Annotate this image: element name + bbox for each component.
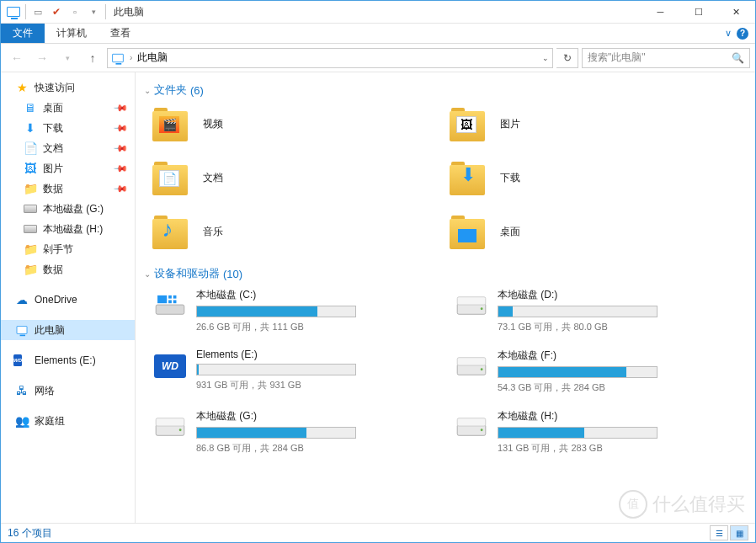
drive-icon — [23, 201, 38, 216]
drive-usage-bar — [498, 306, 658, 317]
nav-up-button[interactable]: ↑ — [82, 47, 104, 69]
hdd-drive-icon — [455, 415, 487, 439]
qat-separator-2 — [105, 4, 106, 19]
close-button[interactable]: ✕ — [717, 1, 755, 24]
sidebar-item[interactable]: 🖥桌面📌 — [1, 98, 135, 118]
sidebar-item[interactable]: 📄文档📌 — [1, 138, 135, 158]
qat-check[interactable]: ✔ — [47, 3, 66, 21]
sidebar-onedrive[interactable]: ☁ OneDrive — [1, 290, 135, 310]
address-pc-icon — [112, 53, 124, 61]
ribbon-expand-icon[interactable]: ∨ — [725, 28, 732, 39]
watermark: 值 什么值得买 — [619, 490, 745, 519]
hdd-drive-icon — [455, 354, 487, 378]
drive-item[interactable]: 本地磁盘 (F:) 54.3 GB 可用，共 284 GB — [454, 349, 747, 394]
folder-label: 图片 — [500, 117, 520, 131]
pin-icon: 📌 — [112, 140, 128, 156]
sidebar-item-label: 数据 — [43, 182, 63, 196]
view-tiles-button[interactable]: ▦ — [730, 525, 748, 540]
sidebar-this-pc[interactable]: 此电脑 — [1, 320, 135, 340]
folder-label: 桌面 — [500, 225, 520, 239]
group-header-devices[interactable]: ⌄ 设备和驱动器 (10) — [144, 266, 747, 281]
svg-rect-5 — [173, 300, 177, 303]
pc-icon — [14, 322, 29, 338]
tab-file[interactable]: 文件 — [1, 24, 45, 43]
content-pane: ⌄ 文件夹 (6) 🎬 视频 🖼 图片 📄 文档 ⬇ 下载 ♪ 音乐 桌面 ⌄ — [136, 72, 755, 523]
sidebar-item-label: 本地磁盘 (H:) — [43, 222, 103, 237]
drive-item[interactable]: WD Elements (E:) 931 GB 可用，共 931 GB — [152, 349, 445, 394]
network-icon: 🖧 — [14, 383, 29, 398]
drive-usage-bar — [498, 427, 658, 439]
tab-computer[interactable]: 计算机 — [45, 24, 98, 43]
tab-view[interactable]: 查看 — [98, 24, 142, 43]
drive-item[interactable]: 本地磁盘 (G:) 86.8 GB 可用，共 284 GB — [152, 409, 445, 455]
sidebar-label: 家庭组 — [35, 414, 65, 429]
music-overlay-icon: ♪ — [157, 221, 178, 237]
sidebar-quick-access[interactable]: ★ 快速访问 — [1, 77, 135, 98]
group-label: 设备和驱动器 — [154, 266, 220, 281]
drive-item[interactable]: 本地磁盘 (C:) 26.6 GB 可用，共 111 GB — [152, 288, 445, 333]
homegroup-icon: 👥 — [14, 413, 29, 429]
address-text[interactable]: 此电脑 — [137, 51, 168, 65]
view-details-button[interactable]: ☰ — [710, 525, 728, 540]
chevron-down-icon: ⌄ — [144, 269, 151, 279]
svg-rect-13 — [156, 418, 184, 426]
maximize-button[interactable]: ☐ — [679, 1, 717, 24]
help-icon[interactable]: ? — [737, 28, 748, 40]
onedrive-icon: ☁ — [14, 292, 29, 307]
folder-item[interactable]: 📄 文档 — [152, 158, 450, 197]
nav-back-button[interactable]: ← — [6, 47, 28, 69]
sidebar-item[interactable]: 📁数据 — [1, 259, 135, 279]
folder-item[interactable]: 🎬 视频 — [152, 104, 450, 143]
sidebar-elements-drive[interactable]: WD Elements (E:) — [1, 350, 135, 370]
folder-item[interactable]: ⬇ 下载 — [450, 158, 747, 197]
folder-icon: 📁 — [23, 181, 38, 196]
folder-label: 视频 — [203, 117, 223, 131]
wd-drive-icon: WD — [154, 354, 186, 378]
qat-dropdown[interactable]: ▾ — [84, 3, 103, 21]
address-dropdown-icon[interactable]: ⌄ — [542, 54, 549, 62]
qat-new[interactable]: ▫ — [66, 3, 84, 21]
sidebar-label: 网络 — [35, 384, 55, 398]
folder-item[interactable]: 🖼 图片 — [450, 104, 747, 143]
window-icon[interactable] — [4, 3, 23, 21]
sidebar-item[interactable]: ⬇下载📌 — [1, 118, 135, 138]
nav-recent-dropdown[interactable]: ▾ — [56, 47, 78, 69]
sidebar-item-label: 图片 — [43, 162, 63, 176]
minimize-button[interactable]: ─ — [642, 1, 679, 24]
folder-item[interactable]: ♪ 音乐 — [152, 212, 450, 251]
document-icon: 📄 — [23, 141, 38, 156]
pin-icon: 📌 — [112, 99, 128, 115]
nav-forward-button[interactable]: → — [31, 47, 53, 69]
sidebar-item[interactable]: 本地磁盘 (H:) — [1, 219, 135, 239]
search-placeholder: 搜索"此电脑" — [588, 51, 732, 65]
folder-label: 音乐 — [203, 225, 223, 239]
group-header-folders[interactable]: ⌄ 文件夹 (6) — [144, 83, 747, 98]
group-count: (10) — [223, 268, 242, 280]
sidebar-item[interactable]: 📁数据📌 — [1, 178, 135, 199]
drive-item[interactable]: 本地磁盘 (D:) 73.1 GB 可用，共 80.0 GB — [454, 288, 747, 333]
picture-icon: 🖼 — [23, 161, 38, 176]
search-box[interactable]: 搜索"此电脑" 🔍 — [582, 48, 750, 68]
group-count: (6) — [190, 84, 204, 97]
refresh-button[interactable]: ↻ — [556, 48, 578, 68]
address-bar[interactable]: › 此电脑 ⌄ — [107, 48, 553, 68]
svg-rect-0 — [156, 305, 184, 314]
sidebar-item[interactable]: 本地磁盘 (G:) — [1, 199, 135, 219]
drive-item[interactable]: 本地磁盘 (H:) 131 GB 可用，共 283 GB — [454, 409, 747, 455]
folder-item[interactable]: 桌面 — [450, 212, 747, 251]
sidebar-item[interactable]: 📁剁手节 — [1, 239, 135, 259]
qat-properties[interactable]: ▭ — [29, 3, 47, 21]
svg-point-8 — [481, 307, 483, 310]
status-bar: 16 个项目 ☰ ▦ — [1, 523, 755, 542]
sidebar-item[interactable]: 🖼图片📌 — [1, 158, 135, 178]
sidebar-item-label: 剁手节 — [43, 242, 73, 257]
video-overlay-icon: 🎬 — [159, 116, 179, 133]
search-icon[interactable]: 🔍 — [732, 52, 744, 64]
svg-rect-7 — [457, 297, 486, 305]
sidebar-homegroup[interactable]: 👥 家庭组 — [1, 411, 135, 431]
sidebar-item-label: 数据 — [43, 263, 63, 277]
sidebar-network[interactable]: 🖧 网络 — [1, 381, 135, 401]
address-chevron-icon[interactable]: › — [130, 53, 132, 62]
watermark-text: 什么值得买 — [652, 492, 745, 517]
ribbon: 文件 计算机 查看 ∨ ? — [1, 24, 755, 44]
